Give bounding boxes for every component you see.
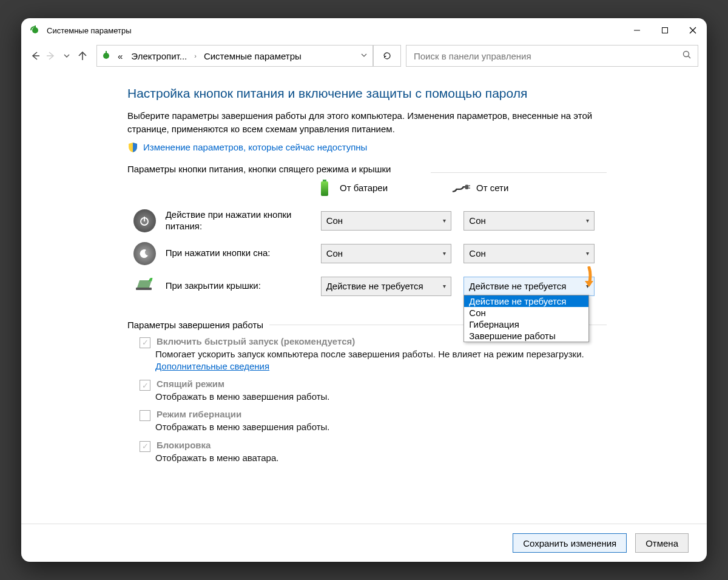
dropdown-option[interactable]: Действие не требуется xyxy=(464,295,588,307)
chevron-down-icon[interactable] xyxy=(359,52,369,60)
select-sleep-button-battery[interactable]: Сон▾ xyxy=(321,244,452,263)
dropdown-lid-plugged: Действие не требуется Сон Гибернация Зав… xyxy=(463,295,589,342)
breadcrumb-seg-2[interactable]: Системные параметры xyxy=(201,51,304,61)
refresh-button[interactable] xyxy=(373,45,401,67)
back-button[interactable] xyxy=(30,50,41,61)
close-button[interactable] xyxy=(679,18,707,42)
select-power-button-battery[interactable]: Сон▾ xyxy=(321,211,452,231)
forward-button[interactable] xyxy=(46,50,56,61)
svg-point-0 xyxy=(32,27,38,33)
learn-more-link[interactable]: Дополнительные сведения xyxy=(155,361,269,371)
select-sleep-button-plugged[interactable]: Сон▾ xyxy=(463,244,595,263)
svg-point-12 xyxy=(684,52,689,57)
select-power-button-plugged[interactable]: Сон▾ xyxy=(463,211,595,231)
address-bar[interactable]: « Электропит... › Системные параметры xyxy=(96,45,373,67)
titlebar: Системные параметры xyxy=(21,18,707,42)
row-sleep-button-label: При нажатии кнопки сна: xyxy=(166,248,321,259)
battery-icon xyxy=(315,178,334,198)
dropdown-option[interactable]: Завершение работы xyxy=(464,330,588,342)
admin-link[interactable]: Изменение параметров, которые сейчас нед… xyxy=(143,142,367,152)
breadcrumb-root[interactable]: « xyxy=(115,51,125,61)
maximize-button[interactable] xyxy=(651,18,679,42)
dropdown-option[interactable]: Гибернация xyxy=(464,319,588,330)
checkbox-icon: ✓ xyxy=(140,441,150,452)
page-title: Настройка кнопок питания и включение защ… xyxy=(127,86,607,101)
row-power-button: Действие при нажатии кнопки питания: Сон… xyxy=(127,204,607,237)
search-box[interactable] xyxy=(406,45,698,67)
select-lid-plugged[interactable]: Действие не требуется▾ Действие не требу… xyxy=(463,277,595,296)
breadcrumb-seg-1[interactable]: Электропит... xyxy=(129,51,189,61)
system-settings-window: Системные параметры « Электропит... › С xyxy=(21,18,707,562)
svg-rect-21 xyxy=(136,288,152,290)
select-lid-battery[interactable]: Действие не требуется▾ xyxy=(321,277,452,296)
lid-icon xyxy=(133,275,156,298)
footer: Сохранить изменения Отмена xyxy=(21,524,707,562)
window-title: Системные параметры xyxy=(47,26,131,35)
checkbox-icon: ✓ xyxy=(140,380,150,391)
hibernate-desc: Отображать в меню завершения работы. xyxy=(155,421,607,433)
shield-icon xyxy=(127,142,138,153)
power-options-icon xyxy=(101,50,112,61)
section-shutdown-title: Параметры завершения работы xyxy=(127,320,263,330)
power-button-icon xyxy=(133,209,156,232)
lock-desc: Отображать в меню аватара. xyxy=(155,452,607,464)
checkbox-icon: ✓ xyxy=(140,337,150,348)
row-sleep-button: При нажатии кнопки сна: Сон▾ Сон▾ xyxy=(127,237,607,270)
chevron-right-icon[interactable]: › xyxy=(193,52,198,59)
svg-rect-10 xyxy=(106,51,107,53)
nav-arrows xyxy=(30,50,88,61)
content-area: Настройка кнопок питания и включение защ… xyxy=(21,69,707,524)
svg-rect-16 xyxy=(465,184,469,189)
checkbox-hibernate[interactable]: ✓ Режим гибернации xyxy=(140,409,607,421)
svg-point-9 xyxy=(103,53,109,59)
page-description: Выберите параметры завершения работы для… xyxy=(127,109,607,136)
svg-rect-14 xyxy=(323,180,326,181)
recent-dropdown[interactable] xyxy=(61,50,72,61)
up-button[interactable] xyxy=(77,50,88,61)
cancel-button[interactable]: Отмена xyxy=(635,533,689,553)
checkbox-sleep[interactable]: ✓ Спящий режим xyxy=(140,379,607,391)
svg-marker-23 xyxy=(585,281,593,287)
svg-rect-3 xyxy=(662,28,668,33)
app-icon xyxy=(30,25,41,36)
checkbox-lock[interactable]: ✓ Блокировка xyxy=(140,440,607,452)
column-plugged: От сети xyxy=(452,178,588,198)
row-lid-label: При закрытии крышки: xyxy=(166,280,321,292)
search-input[interactable] xyxy=(413,50,682,62)
row-lid-close: При закрытии крышки: Действие не требует… xyxy=(127,270,607,303)
checkbox-icon: ✓ xyxy=(140,410,150,421)
annotation-arrow-icon xyxy=(581,266,598,290)
plug-icon xyxy=(452,178,470,198)
column-battery: От батареи xyxy=(315,178,452,198)
nav-row: « Электропит... › Системные параметры xyxy=(21,42,707,69)
minimize-button[interactable] xyxy=(623,18,651,42)
save-button[interactable]: Сохранить изменения xyxy=(513,533,627,553)
fast-startup-desc: Помогает ускорить запуск компьютера посл… xyxy=(155,348,607,373)
sleep-button-icon xyxy=(133,242,156,265)
svg-line-13 xyxy=(689,56,691,59)
search-icon xyxy=(682,50,692,61)
row-power-button-label: Действие при нажатии кнопки питания: xyxy=(166,209,321,232)
sleep-desc: Отображать в меню завершения работы. xyxy=(155,391,607,403)
dropdown-option[interactable]: Сон xyxy=(464,307,588,319)
svg-marker-11 xyxy=(384,56,386,58)
svg-rect-15 xyxy=(321,181,328,196)
